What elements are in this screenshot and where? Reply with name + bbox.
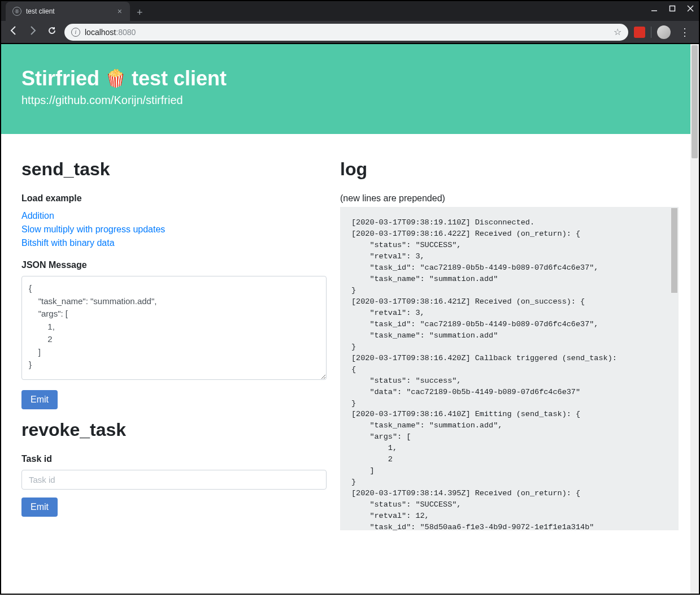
- browser-tab[interactable]: test client ×: [6, 2, 130, 21]
- page-title: Stirfried 🍿 test client: [21, 67, 679, 90]
- nav-bar: i localhost:8080 ☆ ⋮: [1, 21, 699, 43]
- address-bar[interactable]: i localhost:8080 ☆: [64, 24, 628, 41]
- url-text: localhost:8080: [85, 28, 609, 37]
- browser-chrome: test client × + i local: [0, 0, 700, 44]
- title-suffix: test client: [132, 67, 227, 90]
- right-column: log (new lines are prepended) [2020-03-1…: [340, 159, 679, 530]
- info-icon[interactable]: i: [71, 28, 80, 37]
- task-id-label: Task id: [21, 454, 327, 464]
- example-link-addition[interactable]: Addition: [21, 209, 327, 223]
- minimize-button[interactable]: [650, 5, 658, 14]
- send-task-heading: send_task: [21, 159, 327, 180]
- svg-rect-2: [670, 6, 675, 11]
- example-links: Addition Slow multiply with progress upd…: [21, 209, 327, 250]
- tab-bar: test client × +: [1, 1, 699, 21]
- reload-button[interactable]: [45, 25, 59, 38]
- left-column: send_task Load example Addition Slow mul…: [21, 159, 327, 530]
- task-id-input[interactable]: [21, 470, 327, 490]
- maximize-button[interactable]: [668, 5, 676, 14]
- window-controls: [650, 5, 694, 14]
- close-icon[interactable]: ×: [116, 6, 123, 17]
- json-message-label: JSON Message: [21, 260, 327, 270]
- page-scrollbar[interactable]: [690, 44, 699, 594]
- example-link-slow-multiply[interactable]: Slow multiply with progress updates: [21, 223, 327, 236]
- main-content: send_task Load example Addition Slow mul…: [1, 134, 699, 542]
- log-content: [2020-03-17T09:38:19.110Z] Disconnected.…: [351, 218, 621, 530]
- header-banner: Stirfried 🍿 test client https://github.c…: [1, 44, 699, 134]
- close-window-button[interactable]: [686, 5, 694, 14]
- json-message-textarea[interactable]: [21, 276, 327, 380]
- menu-button[interactable]: ⋮: [676, 26, 693, 38]
- log-output[interactable]: [2020-03-17T09:38:19.110Z] Disconnected.…: [340, 207, 679, 530]
- tab-title: test client: [26, 7, 112, 15]
- page-subtitle: https://github.com/Korijn/stirfried: [21, 94, 679, 107]
- log-scrollbar-thumb[interactable]: [671, 208, 677, 293]
- globe-icon: [12, 7, 21, 16]
- load-example-label: Load example: [21, 193, 327, 204]
- log-heading: log: [340, 159, 679, 180]
- divider: [651, 27, 651, 38]
- url-host: localhost: [85, 28, 116, 37]
- revoke-task-emit-button[interactable]: Emit: [21, 498, 58, 517]
- profile-avatar[interactable]: [657, 25, 671, 39]
- url-port: :8080: [116, 28, 136, 37]
- title-prefix: Stirfried: [21, 67, 99, 90]
- popcorn-icon: 🍿: [105, 70, 126, 87]
- send-task-emit-button[interactable]: Emit: [21, 390, 58, 409]
- bookmark-star-icon[interactable]: ☆: [614, 27, 621, 37]
- revoke-task-heading: revoke_task: [21, 419, 327, 440]
- example-link-bitshift[interactable]: Bitshift with binary data: [21, 236, 327, 250]
- page-scrollbar-thumb[interactable]: [692, 45, 698, 158]
- back-button[interactable]: [7, 25, 20, 38]
- forward-button[interactable]: [26, 25, 40, 38]
- extension-icon[interactable]: [634, 27, 645, 38]
- new-tab-button[interactable]: +: [130, 4, 150, 21]
- log-hint: (new lines are prepended): [340, 193, 679, 204]
- page-viewport: Stirfried 🍿 test client https://github.c…: [0, 44, 700, 595]
